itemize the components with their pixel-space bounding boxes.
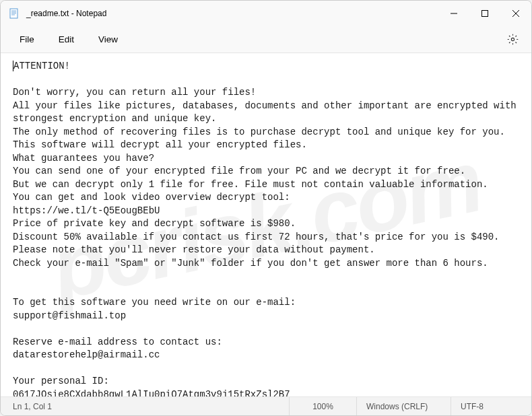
- text-line: To get this software you need write on o…: [13, 297, 296, 308]
- notepad-icon: [9, 8, 20, 19]
- text-line: What guarantees you have?: [13, 153, 154, 164]
- text-line: Price of private key and decrypt softwar…: [13, 218, 296, 229]
- text-line: ATTENTION!: [13, 61, 70, 71]
- close-button[interactable]: [500, 1, 531, 26]
- text-line: Don't worry, you can return all your fil…: [13, 87, 256, 98]
- svg-rect-6: [482, 11, 488, 17]
- text-line: You can get and look video overview decr…: [13, 192, 290, 203]
- text-line: Your personal ID:: [13, 376, 109, 386]
- titlebar: _readme.txt - Notepad: [1, 1, 531, 26]
- window-controls: [438, 1, 531, 26]
- text-line: Please note that you'll never restore yo…: [13, 244, 375, 255]
- menu-edit[interactable]: Edit: [46, 30, 86, 48]
- maximize-button[interactable]: [469, 1, 500, 26]
- text-line: 0617JOsie8CXdabb8gwL1AlIu0piO7Atgm3v9j15…: [13, 389, 290, 397]
- text-line: Reserve e-mail address to contact us:: [13, 337, 222, 347]
- text-line: https://we.tl/t-Q5EougBEbU: [13, 205, 160, 216]
- status-encoding: UTF-8: [451, 397, 531, 415]
- menu-view[interactable]: View: [86, 30, 130, 48]
- text-line: You can send one of your encrypted file …: [13, 166, 465, 176]
- menu-file[interactable]: File: [7, 30, 46, 48]
- statusbar: Ln 1, Col 1 100% Windows (CRLF) UTF-8: [1, 396, 531, 415]
- status-position: Ln 1, Col 1: [1, 397, 61, 415]
- text-line: Check your e-mail "Spam" or "Junk" folde…: [13, 258, 488, 269]
- minimize-button[interactable]: [438, 1, 469, 26]
- svg-point-9: [511, 38, 514, 40]
- text-line: Discount 50% available if you contact us…: [13, 232, 500, 242]
- settings-button[interactable]: [500, 28, 525, 52]
- text-line: datarestorehelp@airmail.cc: [13, 349, 160, 360]
- status-zoom[interactable]: 100%: [289, 397, 356, 415]
- text-line: All your files like pictures, databases,…: [13, 100, 522, 125]
- window-title: _readme.txt - Notepad: [26, 9, 438, 18]
- editor-area[interactable]: pcrisk.com ATTENTION! Don't worry, you c…: [1, 53, 531, 396]
- text-content[interactable]: ATTENTION! Don't worry, you can return a…: [1, 53, 531, 396]
- status-eol: Windows (CRLF): [356, 397, 451, 415]
- menubar: File Edit View: [1, 26, 531, 53]
- notepad-window: _readme.txt - Notepad File Edit View pcr…: [0, 0, 532, 416]
- text-line: This software will decrypt all your encr…: [13, 139, 307, 150]
- text-line: The only method of recovering files is t…: [13, 127, 505, 137]
- text-line: But we can decrypt only 1 file for free.…: [13, 179, 488, 190]
- text-line: support@fishmail.top: [13, 310, 126, 321]
